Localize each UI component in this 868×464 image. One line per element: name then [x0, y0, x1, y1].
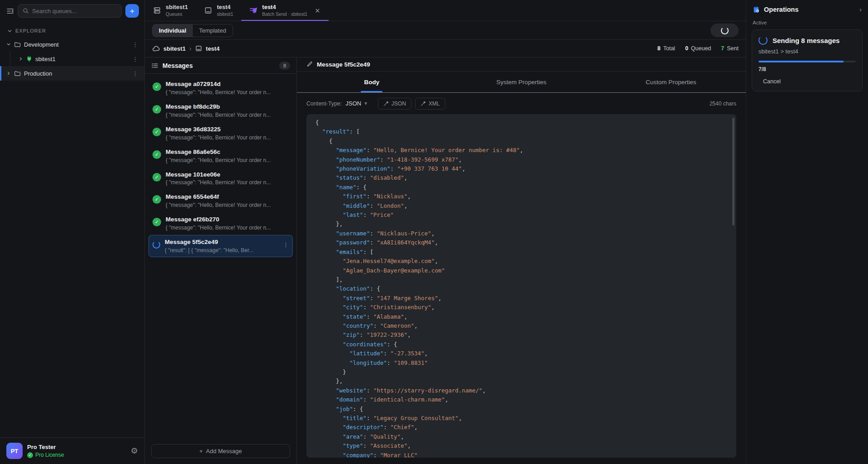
explorer-tree: Development⋮sbitest1⋮Production⋮: [0, 37, 144, 81]
search-placeholder: Search queues...: [32, 8, 76, 14]
tab-sbitest1-queues[interactable]: sbitest1Queues: [145, 0, 196, 21]
message-text: Message 6554e64f{ "message": "Hello, Ber…: [166, 193, 289, 208]
message-item-a072914d[interactable]: ✓Message a072914d{ "message": "Hello, Be…: [148, 77, 293, 99]
explorer-label: EXPLORER: [15, 28, 46, 33]
message-item-ef26b270[interactable]: ✓Message ef26b270{ "message": "Hello, Be…: [148, 212, 293, 234]
explorer-header[interactable]: EXPLORER: [0, 22, 144, 37]
panel-collapse-icon: [6, 7, 14, 15]
breadcrumb-separator: ›: [189, 45, 191, 52]
message-preview: { "message": "Hello, Bernice! Your order…: [166, 89, 289, 96]
operations-title: Operations: [764, 6, 799, 13]
kebab-menu-icon[interactable]: ⋮: [283, 239, 289, 248]
tab-subtitle: sbitest1: [217, 11, 233, 17]
format-button-label: XML: [429, 100, 440, 107]
message-preview: { "result": [ { "message": "Hello, Ber..…: [165, 247, 278, 254]
add-connection-button[interactable]: +: [125, 4, 139, 18]
sidebar: Search queues... + EXPLORER Development⋮…: [0, 0, 145, 464]
operation-title: Sending 8 messages: [773, 37, 839, 44]
tree-item-sbitest1[interactable]: sbitest1⋮: [0, 52, 144, 66]
messages-title: Messages: [162, 62, 193, 69]
close-icon[interactable]: [315, 8, 320, 14]
content-type-row: Content-Type: JSON ▼ JSONXML 2540 chars: [297, 93, 746, 114]
sent-check-icon: ✓: [153, 105, 161, 114]
operation-card: Sending 8 messages sbitest1 > test4 7/8 …: [752, 29, 863, 91]
license-row: ✓ Pro License: [27, 452, 64, 458]
chevron-right-icon[interactable]: ›: [859, 5, 862, 13]
format-buttons: JSONXML: [372, 98, 445, 110]
tree-item-development[interactable]: Development⋮: [0, 37, 144, 52]
mode-individual[interactable]: Individual: [153, 24, 193, 37]
message-preview: { "message": "Hello, Bernice! Your order…: [166, 179, 289, 186]
tab-test4-sbitest1[interactable]: test4sbitest1: [196, 0, 241, 21]
sidebar-collapse-button[interactable]: [6, 7, 14, 15]
message-detail-panel: Message 5f5c2e49 BodySystem PropertiesCu…: [297, 57, 746, 464]
message-text: Message 36d83225{ "message": "Hello, Ber…: [166, 126, 289, 141]
kebab-menu-icon[interactable]: ⋮: [132, 41, 138, 48]
json-body-text: { "result": [ { "message": "Hello, Berni…: [306, 114, 736, 458]
operations-header: Operations ›: [746, 0, 868, 19]
license-label: Pro License: [35, 452, 64, 458]
format-xml-button[interactable]: XML: [415, 98, 445, 110]
sent-check-icon: ✓: [153, 82, 161, 91]
breadcrumb-queue[interactable]: test4: [206, 45, 219, 52]
chevron-right-icon: [19, 57, 23, 61]
message-text: Message 5f5c2e49{ "result": [ { "message…: [165, 239, 278, 254]
send-button-loading[interactable]: [711, 24, 739, 37]
tab-test4-batch-send-sbitest1[interactable]: test4Batch Send · sbitest1: [241, 0, 329, 21]
message-item-101ee06e[interactable]: ✓Message 101ee06e{ "message": "Hello, Be…: [148, 167, 293, 190]
cancel-button[interactable]: Cancel: [763, 78, 781, 85]
message-item-6554e64f[interactable]: ✓Message 6554e64f{ "message": "Hello, Be…: [148, 190, 293, 212]
detail-tab-custom-properties[interactable]: Custom Properties: [596, 72, 746, 92]
breadcrumb-namespace[interactable]: sbitest1: [163, 45, 186, 52]
message-title: Message a072914d: [166, 81, 289, 88]
add-message-button[interactable]: + Add Message: [151, 444, 290, 458]
char-count: 2540 chars: [710, 100, 736, 107]
detail-tab-system-properties[interactable]: System Properties: [447, 72, 596, 92]
stat-value: 0: [685, 45, 688, 52]
detail-title: Message 5f5c2e49: [317, 61, 370, 68]
sending-spinner-icon: [153, 241, 160, 249]
sent-check-icon: ✓: [153, 173, 161, 182]
messages-header: Messages 8: [145, 57, 296, 74]
kebab-menu-icon[interactable]: ⋮: [132, 56, 138, 62]
chevron-right-icon: [6, 71, 11, 76]
message-preview: { "message": "Hello, Bernice! Your order…: [166, 157, 289, 163]
body-code-editor[interactable]: { "result": [ { "message": "Hello, Berni…: [306, 114, 736, 458]
operations-section-label: Active: [746, 19, 868, 29]
message-item-36d83225[interactable]: ✓Message 36d83225{ "message": "Hello, Be…: [148, 122, 293, 144]
edit-pencil-icon[interactable]: [306, 61, 313, 67]
mode-row: IndividualTemplated: [145, 21, 746, 40]
tab-subtitle: Batch Send · sbitest1: [262, 11, 307, 17]
content-type-select[interactable]: JSON ▼: [346, 100, 368, 107]
folder-icon: [14, 70, 21, 77]
wand-icon: [420, 101, 426, 106]
message-text: Message ef26b270{ "message": "Hello, Ber…: [166, 216, 289, 231]
settings-gear-icon[interactable]: ⚙: [131, 446, 138, 456]
stat-queued: 0Queued: [685, 45, 711, 52]
stat-total: 8Total: [658, 45, 675, 52]
scrollbar-thumb[interactable]: [732, 118, 734, 225]
message-item-bf8dc29b[interactable]: ✓Message bf8dc29b{ "message": "Hello, Be…: [148, 100, 293, 122]
message-title: Message 86a6e56c: [166, 148, 289, 156]
mode-templated[interactable]: Templated: [193, 24, 233, 37]
list-icon: [151, 62, 158, 69]
kebab-menu-icon[interactable]: ⋮: [132, 70, 138, 77]
detail-tab-body[interactable]: Body: [297, 72, 447, 92]
wand-icon: [383, 101, 389, 106]
message-item-86a6e56c[interactable]: ✓Message 86a6e56c{ "message": "Hello, Be…: [148, 145, 293, 167]
tab-text: sbitest1Queues: [166, 4, 188, 17]
tab-title: test4: [217, 4, 233, 11]
tree-item-production[interactable]: Production⋮: [0, 66, 144, 81]
queue-box-icon: [204, 6, 212, 14]
search-input[interactable]: Search queues...: [18, 4, 122, 18]
sent-check-icon: ✓: [153, 150, 161, 159]
avatar[interactable]: PT: [6, 443, 23, 459]
tab-title: sbitest1: [166, 4, 188, 11]
message-item-5f5c2e49[interactable]: Message 5f5c2e49{ "result": [ { "message…: [148, 235, 293, 257]
message-text: Message bf8dc29b{ "message": "Hello, Ber…: [166, 103, 289, 118]
format-json-button[interactable]: JSON: [378, 98, 411, 110]
queue-stack-icon: [153, 6, 161, 14]
message-title: Message 6554e64f: [166, 193, 289, 201]
tab-strip: sbitest1Queuestest4sbitest1test4Batch Se…: [145, 0, 746, 21]
sent-check-icon: ✓: [153, 218, 161, 226]
